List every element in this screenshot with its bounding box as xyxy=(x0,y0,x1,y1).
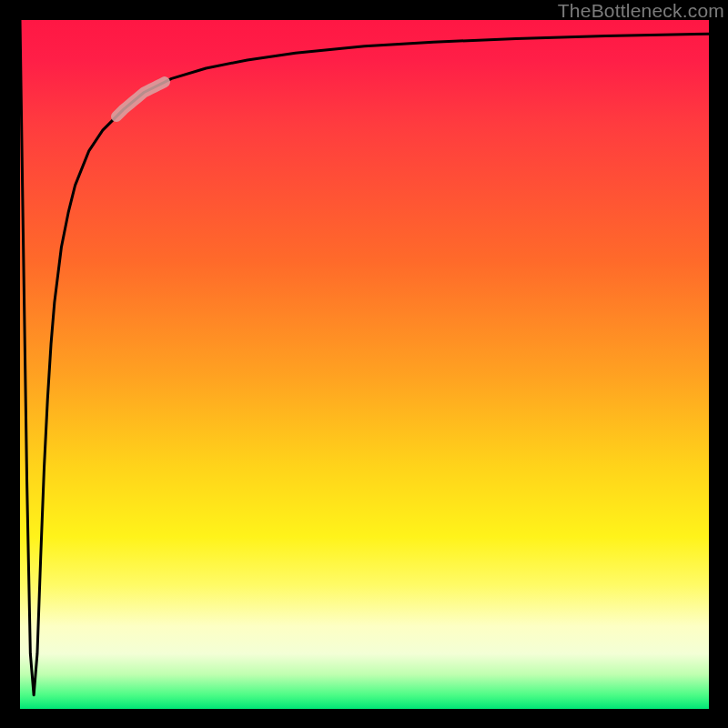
chart-frame: TheBottleneck.com xyxy=(0,0,728,728)
bottleneck-curve xyxy=(20,20,709,695)
segment-highlight xyxy=(116,82,165,116)
plot-area xyxy=(20,20,709,709)
attribution-watermark: TheBottleneck.com xyxy=(558,0,724,22)
curve-layer xyxy=(20,20,709,709)
